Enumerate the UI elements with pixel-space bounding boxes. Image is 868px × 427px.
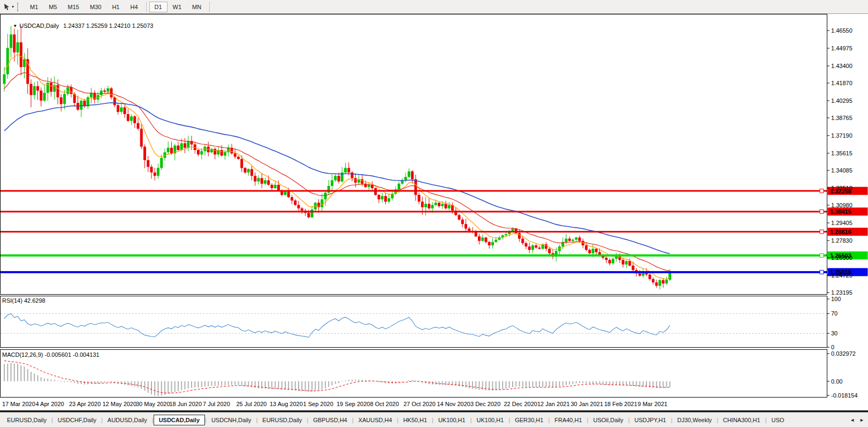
date-tick-label: 1 Sep 2020 (303, 401, 333, 407)
date-tick-label: 12 Jan 2021 (537, 401, 570, 407)
date-tick-label: 9 Mar 2021 (638, 401, 668, 407)
price-axis-label: 1.27830 (831, 237, 852, 244)
chart-tab-fra40-h1[interactable]: FRA40,H1 (550, 415, 587, 425)
price-axis-label: 1.26300 (831, 254, 852, 261)
price-axis-label: 1.43400 (831, 63, 852, 69)
timeframe-button-mn[interactable]: MN (187, 2, 207, 12)
horizontal-price-line[interactable]: 1.28616 (0, 228, 868, 236)
price-chart-svg: 1.322581.304151.286161.265031.2501910070… (0, 14, 868, 398)
horizontal-price-line[interactable]: 1.30415 (0, 207, 868, 215)
rsi-line (4, 313, 670, 337)
chart-tab-uk100-h1[interactable]: UK100,H1 (433, 415, 470, 425)
svg-text:1.28616: 1.28616 (830, 229, 851, 235)
price-axis-label: 1.37190 (831, 132, 852, 139)
chart-tab-uk100-h1[interactable]: UK100,H1 (472, 415, 509, 425)
symbol-dropdown-icon[interactable]: ▼ (13, 24, 17, 28)
chart-tab-china300-h1[interactable]: CHINA300,H1 (718, 415, 765, 425)
timeframe-button-m1[interactable]: M1 (25, 2, 43, 12)
macd-axis-label: 0.00 (831, 378, 842, 385)
chart-tab-usdjpy-h1[interactable]: USDJPY,H1 (630, 415, 671, 425)
chart-tab-xauusd-h4[interactable]: XAUUSD,H4 (354, 415, 397, 425)
price-axis-label: 1.24725 (831, 272, 852, 279)
tab-scroll-buttons: ◄► (850, 417, 867, 423)
ma-fast-line (4, 54, 670, 279)
timeframe-button-h1[interactable]: H1 (106, 2, 125, 12)
chart-tab-dj30-weekly[interactable]: DJ30,Weekly (673, 415, 717, 425)
price-axis-label: 1.30980 (831, 202, 852, 208)
timeframe-button-d1[interactable]: D1 (149, 2, 167, 12)
price-axis-label: 1.34085 (831, 167, 852, 174)
macd-axis-label: 0.032972 (831, 350, 856, 357)
timeframe-button-m30[interactable]: M30 (85, 2, 106, 12)
chart-tab-gbpusd-h4[interactable]: GBPUSD,H4 (308, 415, 352, 425)
horizontal-price-line[interactable]: 1.25019 (0, 268, 868, 276)
chart-ohlc-values: 1.24337 1.25259 1.24210 1.25073 (63, 23, 153, 29)
rsi-axis-label: 30 (831, 330, 837, 336)
svg-text:1.30415: 1.30415 (830, 208, 851, 215)
dropdown-caret-icon[interactable]: ▾ (12, 4, 14, 9)
date-tick-label: 13 Aug 2020 (270, 401, 303, 407)
price-axis-label: 1.35615 (831, 150, 852, 156)
date-tick-label: 8 Oct 2020 (370, 401, 399, 407)
rsi-axis-label: 70 (831, 310, 837, 317)
price-axis-label: 1.29405 (831, 220, 852, 226)
date-axis[interactable]: 17 Mar 20204 Apr 202023 Apr 202012 May 2… (0, 398, 868, 412)
tab-scroll-right-icon[interactable]: ► (859, 417, 864, 423)
chart-tab-clipped[interactable]: USO (767, 415, 785, 425)
date-tick-label: 23 Apr 2020 (69, 401, 101, 407)
timeframe-buttons: M1M5M15M30H1H4D1W1MN (25, 2, 212, 12)
price-axis-label: 1.41870 (831, 80, 852, 86)
chart-cursor-icon[interactable] (2, 2, 12, 12)
date-tick-label: 27 Oct 2020 (403, 401, 436, 407)
price-axis-label: 1.23195 (831, 289, 852, 296)
chart-tab-usdcnh-daily[interactable]: USDCNH,Daily (207, 415, 256, 425)
macd-signal-line (4, 361, 670, 393)
price-axis-label: 1.32510 (831, 185, 852, 191)
date-tick-label: 19 Sep 2020 (337, 401, 370, 407)
macd-histogram (4, 363, 670, 396)
chart-tab-ger30-h1[interactable]: GER30,H1 (510, 415, 548, 425)
chart-tab-bar: EURUSD,Daily|USDCHF,Daily|AUDUSD,Daily|U… (0, 412, 868, 427)
rsi-axis-label: 0 (831, 344, 834, 350)
trading-app-window: ▾ M1M5M15M30H1H4D1W1MN 1.322581.304151.2… (0, 0, 868, 427)
chart-tab-usoil-daily[interactable]: USOil,Daily (588, 415, 628, 425)
date-tick-label: 7 Jul 2020 (203, 401, 230, 407)
chart-title: ▼USDCAD,Daily1.24337 1.25259 1.24210 1.2… (3, 16, 153, 35)
horizontal-price-line[interactable]: 1.26503 (0, 251, 868, 259)
rsi-axis-label: 100 (831, 296, 841, 302)
timeframe-button-m15[interactable]: M15 (63, 2, 85, 12)
date-tick-label: 12 May 2020 (103, 401, 137, 407)
date-tick-label: 25 Jul 2020 (237, 401, 267, 407)
cursor-glyph (3, 3, 11, 11)
chart-tab-usdcad-daily[interactable]: USDCAD,Daily (154, 415, 205, 425)
rsi-panel-border (1, 296, 827, 348)
price-axis-label: 1.40295 (831, 98, 852, 104)
timeframe-button-h4[interactable]: H4 (125, 2, 143, 12)
chart-tab-eurusd-daily[interactable]: EURUSD,Daily (2, 415, 51, 425)
tab-scroll-left-icon[interactable]: ◄ (850, 417, 855, 423)
macd-indicator-label: MACD(12,26,9) -0.005601 -0.004131 (2, 351, 100, 358)
main-panel-border (1, 14, 827, 295)
rsi-indicator-label: RSI(14) 42.6298 (2, 297, 45, 304)
timeframe-toolbar: ▾ M1M5M15M30H1H4D1W1MN (0, 0, 868, 14)
chart-symbol-label: USDCAD,Daily (19, 23, 59, 29)
price-axis-label: 1.46550 (831, 27, 852, 34)
date-tick-label: 4 Apr 2020 (36, 401, 64, 407)
candlesticks (3, 26, 672, 290)
price-axis-label: 1.38765 (831, 115, 852, 121)
date-tick-label: 30 May 2020 (136, 401, 170, 407)
date-tick-label: 14 Nov 2020 (437, 401, 470, 407)
timeframe-button-m5[interactable]: M5 (43, 2, 62, 12)
date-tick-label: 17 Mar 2020 (2, 401, 35, 407)
chart-tab-hk50-h1[interactable]: HK50,H1 (398, 415, 432, 425)
chart-canvas[interactable]: 1.322581.304151.286161.265031.2501910070… (0, 14, 868, 398)
macd-panel-border (1, 350, 827, 398)
timeframe-button-w1[interactable]: W1 (167, 2, 187, 12)
macd-axis-label: -0.018154 (831, 392, 858, 398)
chart-tab-eurusd-daily[interactable]: EURUSD,Daily (257, 415, 307, 425)
chart-tab-usdchf-daily[interactable]: USDCHF,Daily (53, 415, 101, 425)
chart-tab-audusd-daily[interactable]: AUDUSD,Daily (103, 415, 152, 425)
toolbar-grip-handle[interactable] (17, 3, 20, 11)
date-tick-label: 18 Feb 2021 (604, 401, 637, 407)
toolbar-separator (146, 2, 147, 12)
